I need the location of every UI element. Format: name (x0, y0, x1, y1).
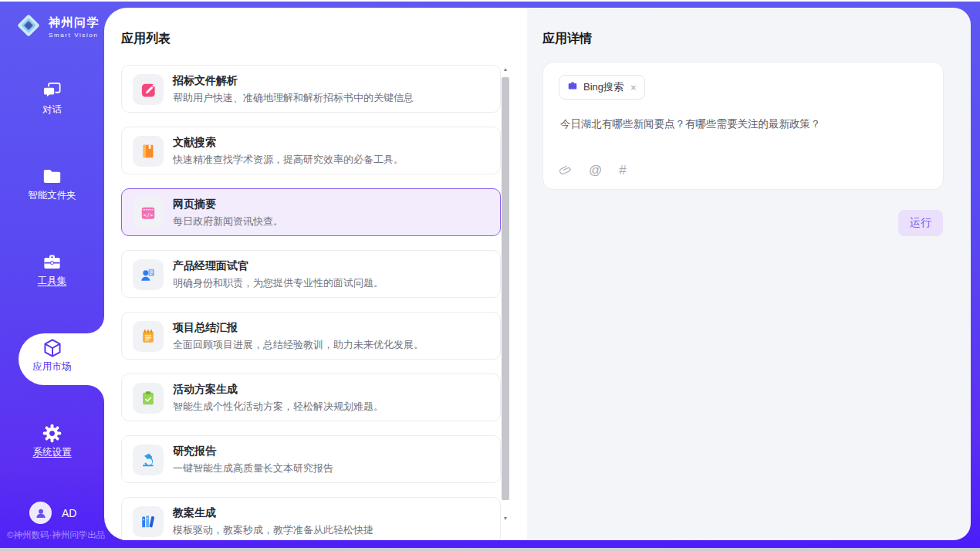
app-name: 活动方案生成 (173, 383, 238, 397)
app-list-item[interactable]: 项目总结汇报 全面回顾项目进展，总结经验教训，助力未来优化发展。 (121, 312, 501, 360)
scroll-up-icon[interactable]: ▲ (501, 65, 510, 74)
browser-icon: </> (133, 198, 164, 228)
prompt-text[interactable]: 今日湖北有哪些新闻要点？有哪些需要关注的最新政策？ (560, 117, 927, 132)
paperclip-icon[interactable] (559, 164, 572, 177)
sidebar-item-2[interactable]: 智能文件夹 (0, 161, 104, 215)
diamond-logo-icon (14, 11, 43, 43)
tool-tag-label: Bing搜索 (583, 80, 623, 94)
sidebar-nav: 对话 智能文件夹 工具集 应用市场 系统设置 (0, 76, 104, 504)
research-icon (133, 445, 164, 475)
scrollbar-thumb[interactable] (502, 77, 509, 500)
interviewer-icon (133, 259, 164, 290)
app-detail-title: 应用详情 (542, 31, 592, 47)
sidebar-item-label: 对话 (0, 103, 104, 117)
app-name: 文献搜索 (173, 136, 216, 150)
folder-icon (0, 161, 104, 184)
app-description: 明确身份和职责，为您提供专业性的面试问题。 (173, 276, 384, 290)
app-description: 帮助用户快速、准确地理解和解析招标书中的关键信息 (173, 91, 414, 105)
at-icon[interactable]: @ (589, 163, 602, 178)
app-list-item[interactable]: 产品经理面试官 明确身份和职责，为您提供专业性的面试问题。 (121, 250, 501, 298)
brand-subtitle: Smart Vision (49, 32, 100, 39)
sidebar-item-label: 智能文件夹 (0, 189, 104, 202)
user-name: AD (62, 507, 76, 519)
sidebar-item-label: 应用市场 (0, 360, 104, 374)
bubble-corner (87, 316, 104, 333)
app-list-pane: 应用列表 招标文件解析 帮助用户快速、准确地理解和解析招标书中的关键信息 文献搜… (104, 8, 527, 540)
app-list-scrollbar[interactable]: ▲ ▼ (501, 65, 510, 523)
app-list-item[interactable]: 教案生成 模板驱动，教案秒成，教学准备从此轻松快捷 (121, 497, 501, 540)
toolbox-icon (0, 247, 104, 270)
edit-square-icon (133, 74, 164, 105)
app-list-item[interactable]: 招标文件解析 帮助用户快速、准确地理解和解析招标书中的关键信息 (121, 65, 501, 113)
books-icon (133, 506, 164, 537)
app-list-title: 应用列表 (121, 31, 171, 47)
app-name: 项目总结汇报 (173, 321, 238, 335)
app-list-item[interactable]: 研究报告 一键智能生成高质量长文本研究报告 (121, 435, 501, 483)
run-button[interactable]: 运行 (898, 210, 943, 236)
sidebar-item-3[interactable]: 工具集 (0, 247, 104, 300)
app-list-item[interactable]: 活动方案生成 智能生成个性化活动方案，轻松解决规划难题。 (121, 374, 501, 421)
app-name: 网页摘要 (173, 198, 216, 211)
gear-icon (0, 418, 104, 441)
attachment-toolbar: @ # (559, 163, 627, 178)
app-description: 每日政府新闻资讯快查。 (173, 215, 283, 228)
app-name: 教案生成 (173, 506, 216, 520)
app-name: 招标文件解析 (173, 74, 238, 88)
scroll-down-icon[interactable]: ▼ (501, 514, 510, 523)
app-list-item[interactable]: 文献搜索 快速精准查找学术资源，提高研究效率的必备工具。 (121, 127, 501, 174)
sidebar-item-label: 系统设置 (0, 446, 104, 459)
main-panel: 应用列表 招标文件解析 帮助用户快速、准确地理解和解析招标书中的关键信息 文献搜… (104, 8, 971, 540)
notepad-icon (133, 321, 164, 352)
app-detail-pane: 应用详情 Bing搜索 × 今日湖北有哪些新闻要点？有哪些需要关注的最新政策？ … (527, 8, 971, 540)
brand-logo: 神州问学 Smart Vision (14, 11, 100, 43)
close-icon[interactable]: × (630, 82, 637, 93)
app-description: 模板驱动，教案秒成，教学准备从此轻松快捷 (173, 523, 373, 537)
brand-name: 神州问学 (49, 15, 100, 30)
tool-tag[interactable]: Bing搜索 × (559, 75, 645, 100)
app-name: 产品经理面试官 (173, 259, 248, 273)
sidebar-item-5[interactable]: 系统设置 (0, 418, 104, 472)
chat-icon (0, 76, 104, 99)
sidebar-item-label: 工具集 (0, 275, 104, 288)
sidebar-item-4[interactable]: 应用市场 (0, 333, 104, 386)
app-name: 研究报告 (173, 445, 216, 458)
sidebar-item-1[interactable]: 对话 (0, 76, 104, 129)
svg-text:</>: </> (144, 212, 153, 218)
bubble-corner (87, 385, 104, 402)
user-avatar-icon[interactable] (29, 502, 52, 524)
clipboard-check-icon (133, 383, 164, 414)
app-description: 快速精准查找学术资源，提高研究效率的必备工具。 (173, 153, 404, 167)
cube-icon (0, 333, 104, 356)
sidebar: 神州问学 Smart Vision 对话 智能文件夹 工具集 应用市场 系统设置 (0, 2, 104, 548)
app-description: 智能生成个性化活动方案，轻松解决规划难题。 (173, 400, 384, 414)
app-list: 招标文件解析 帮助用户快速、准确地理解和解析招标书中的关键信息 文献搜索 快速精… (121, 65, 501, 540)
prompt-card: Bing搜索 × 今日湖北有哪些新闻要点？有哪些需要关注的最新政策？ @ # (542, 62, 944, 190)
window-bottom-edge (0, 548, 980, 551)
app-description: 一键智能生成高质量长文本研究报告 (173, 461, 333, 475)
hash-icon[interactable]: # (619, 163, 626, 178)
app-list-item[interactable]: </> 网页摘要 每日政府新闻资讯快查。 (121, 188, 501, 236)
book-icon (133, 136, 164, 167)
user-row[interactable]: AD (29, 502, 76, 524)
app-description: 全面回顾项目进展，总结经验教训，助力未来优化发展。 (173, 338, 424, 352)
copyright-text: ©神州数码·神州问学出品 (7, 529, 105, 541)
briefcase-icon (567, 80, 578, 94)
